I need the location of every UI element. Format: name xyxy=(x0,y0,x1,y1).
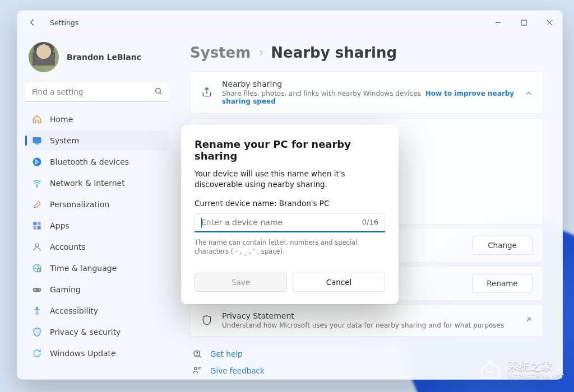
watermark-url: XITONGZHIJIA.NET xyxy=(508,374,564,380)
dialog-hint: The name can contain letter, numbers and… xyxy=(195,238,385,256)
cancel-button[interactable]: Cancel xyxy=(293,273,385,292)
text-caret xyxy=(201,218,202,228)
watermark-logo-icon xyxy=(479,357,502,381)
dialog-description: Your device will use this name when it's… xyxy=(195,169,385,190)
current-device-name: Current device name: Brandon's PC xyxy=(195,199,385,208)
dialog-title: Rename your PC for nearby sharing xyxy=(195,138,385,162)
watermark-name: 系统之家 xyxy=(508,359,564,374)
settings-window: Settings Brandon LeBlanc HomeSystemBluet… xyxy=(17,10,563,380)
device-name-field: 0/16 xyxy=(195,213,385,232)
save-button[interactable]: Save xyxy=(195,273,287,292)
rename-pc-dialog: Rename your PC for nearby sharing Your d… xyxy=(181,125,399,304)
watermark: 系统之家 XITONGZHIJIA.NET xyxy=(479,357,564,381)
char-counter: 0/16 xyxy=(362,218,378,226)
device-name-input[interactable] xyxy=(195,213,385,232)
